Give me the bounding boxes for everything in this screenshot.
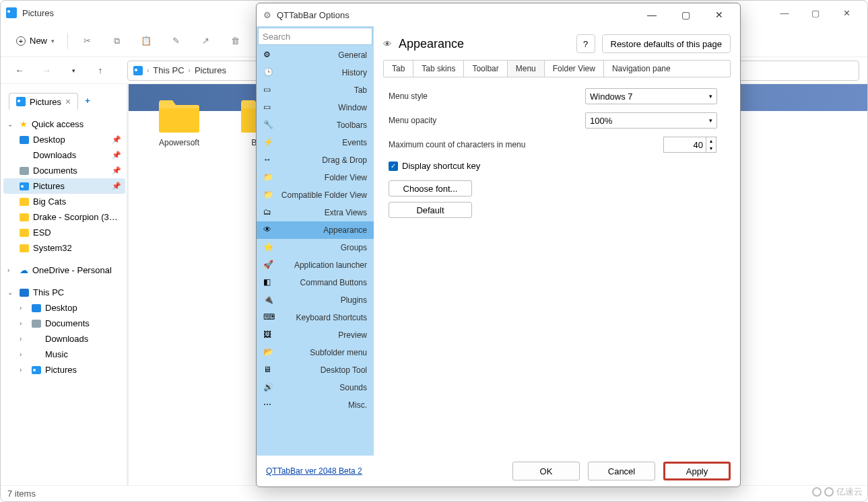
paste-icon[interactable]: 📋: [133, 29, 160, 53]
sidebar-item-subfolder-menu[interactable]: 📂Subfolder menu: [257, 344, 374, 361]
dialog-titlebar: ⚙ QTTabBar Options — ▢ ✕: [257, 3, 740, 26]
tree-item-documents[interactable]: Documents📌: [3, 163, 125, 178]
share-icon[interactable]: ↗: [192, 29, 219, 53]
sidebar-item-label: Toolbars: [337, 120, 367, 130]
breadcrumb-0[interactable]: This PC: [153, 65, 184, 75]
default-button[interactable]: Default: [389, 202, 472, 218]
folder-icon: [20, 182, 29, 190]
sub-tab-tab[interactable]: Tab: [384, 61, 413, 77]
sub-tab-folder-view[interactable]: Folder View: [545, 61, 604, 77]
tree-item-downloads[interactable]: ›Downloads: [3, 331, 125, 347]
tree-item-desktop[interactable]: Desktop📌: [3, 132, 125, 147]
dialog-minimize-button[interactable]: —: [638, 5, 666, 24]
close-button[interactable]: ✕: [831, 3, 862, 23]
crumb-sep-icon: ›: [147, 67, 149, 74]
spinner-up-icon[interactable]: ▲: [706, 137, 716, 145]
tab-pictures[interactable]: Pictures ×: [9, 93, 78, 110]
minimize-button[interactable]: —: [769, 3, 800, 23]
tree-item-pictures[interactable]: ›Pictures: [3, 362, 125, 378]
sidebar-item-sounds[interactable]: 🔊Sounds: [257, 379, 374, 396]
search-input[interactable]: Search: [258, 28, 372, 45]
sub-tab-navigation-pane[interactable]: Navigation pane: [604, 61, 679, 77]
apply-button[interactable]: Apply: [663, 462, 731, 480]
rename-icon[interactable]: ✎: [162, 29, 189, 53]
dialog-sidebar: Search ⚙General🕒History▭Tab▭Window🔧Toolb…: [257, 26, 374, 456]
sub-tab-tab-skins[interactable]: Tab skins: [413, 61, 464, 77]
tree-onedrive[interactable]: › ☁ OneDrive - Personal: [3, 262, 125, 278]
sidebar-item-misc-[interactable]: ⋯Misc.: [257, 396, 374, 414]
sidebar-item-desktop-tool[interactable]: 🖥Desktop Tool: [257, 361, 374, 379]
sidebar-item-groups[interactable]: ⭐Groups: [257, 239, 374, 256]
copy-icon[interactable]: ⧉: [103, 29, 130, 53]
sidebar-item-label: Application launcher: [294, 260, 367, 270]
sidebar-item-tab[interactable]: ▭Tab: [257, 81, 374, 99]
eye-icon: 👁: [383, 39, 392, 49]
menu-opacity-select[interactable]: 100% ▾: [585, 112, 717, 129]
spinner[interactable]: ▲▼: [706, 137, 716, 153]
sidebar-item-icon: ↔: [263, 155, 274, 166]
display-shortcut-checkbox[interactable]: ✓: [389, 162, 398, 171]
tree-item-documents[interactable]: ›Documents: [3, 316, 125, 331]
sidebar-item-keyboard-shortcuts[interactable]: ⌨Keyboard Shortcuts: [257, 309, 374, 326]
back-button[interactable]: ←: [9, 61, 30, 80]
delete-icon[interactable]: 🗑: [222, 29, 248, 53]
maximize-button[interactable]: ▢: [800, 3, 831, 23]
up-button[interactable]: ↑: [90, 61, 111, 80]
sidebar-item-folder-view[interactable]: 📁Folder View: [257, 169, 374, 186]
tree-item-system32[interactable]: System32: [3, 240, 125, 256]
app-icon: [6, 7, 17, 18]
sidebar-item-icon: 📁: [263, 190, 274, 201]
new-tab-button[interactable]: +: [81, 94, 94, 107]
tree-item-desktop[interactable]: ›Desktop: [3, 300, 125, 316]
sidebar-item-drag-drop[interactable]: ↔Drag & Drop: [257, 151, 374, 169]
folder-apowersoft[interactable]: Apowersoft: [149, 94, 209, 147]
version-link[interactable]: QTTabBar ver 2048 Beta 2: [266, 466, 504, 476]
sub-tab-menu[interactable]: Menu: [508, 61, 545, 77]
sidebar-item-appearance[interactable]: 👁Appearance: [257, 221, 374, 239]
sidebar-item-history[interactable]: 🕒History: [257, 64, 374, 81]
spinner-down-icon[interactable]: ▼: [706, 145, 716, 152]
breadcrumb-1[interactable]: Pictures: [195, 65, 226, 75]
folder-icon: [20, 244, 29, 252]
tree-item-drake-scorpion-320-[interactable]: Drake - Scorpion (320): [3, 209, 125, 225]
max-chars-input[interactable]: 40 ▲▼: [663, 137, 706, 153]
cut-icon[interactable]: ✂: [73, 29, 100, 53]
sidebar-item-plugins[interactable]: 🔌Plugins: [257, 291, 374, 309]
dialog-close-button[interactable]: ✕: [705, 5, 733, 24]
sidebar-item-general[interactable]: ⚙General: [257, 46, 374, 64]
help-button[interactable]: ?: [576, 34, 595, 53]
sidebar-item-events[interactable]: ⚡Events: [257, 134, 374, 151]
folder-label: Apowersoft: [159, 138, 199, 147]
sidebar-item-extra-views[interactable]: 🗂Extra Views: [257, 204, 374, 221]
restore-defaults-button[interactable]: Restore defaults of this page: [602, 34, 731, 53]
sub-tab-toolbar[interactable]: Toolbar: [464, 61, 507, 77]
choose-font-button[interactable]: Choose font...: [389, 180, 472, 196]
sidebar-item-preview[interactable]: 🖼Preview: [257, 326, 374, 344]
tree-item-music[interactable]: ›Music: [3, 347, 125, 362]
tree-item-pictures[interactable]: Pictures📌: [3, 178, 125, 194]
sidebar-item-compatible-folder-view[interactable]: 📁Compatible Folder View: [257, 186, 374, 204]
pin-icon: 📌: [112, 166, 121, 175]
sidebar-item-window[interactable]: ▭Window: [257, 99, 374, 116]
new-button[interactable]: + New ▾: [9, 32, 62, 49]
forward-button[interactable]: →: [36, 61, 57, 80]
recent-dropdown[interactable]: ▾: [63, 61, 84, 80]
dialog-maximize-button[interactable]: ▢: [671, 5, 700, 24]
tree-item-esd[interactable]: ESD: [3, 225, 125, 240]
sidebar-item-application-launcher[interactable]: 🚀Application launcher: [257, 256, 374, 274]
tree-quick-access[interactable]: ⌄ ★ Quick access: [3, 116, 125, 132]
sidebar-item-icon: ◧: [263, 277, 274, 288]
tree-item-downloads[interactable]: Downloads📌: [3, 147, 125, 163]
sidebar-item-command-buttons[interactable]: ◧Command Buttons: [257, 274, 374, 291]
cancel-button[interactable]: Cancel: [588, 462, 655, 480]
tree-this-pc[interactable]: ⌄ This PC: [3, 285, 125, 300]
sidebar-item-label: Events: [342, 138, 367, 147]
tree-item-big-cats[interactable]: Big Cats: [3, 194, 125, 209]
chevron-right-icon: ›: [20, 335, 28, 343]
cloud-icon: ☁: [20, 265, 28, 275]
ok-button[interactable]: OK: [512, 462, 580, 480]
tab-close-icon[interactable]: ×: [65, 96, 71, 107]
menu-style-select[interactable]: Windows 7 ▾: [585, 88, 717, 104]
sidebar-item-label: Folder View: [325, 173, 367, 182]
sidebar-item-toolbars[interactable]: 🔧Toolbars: [257, 116, 374, 134]
